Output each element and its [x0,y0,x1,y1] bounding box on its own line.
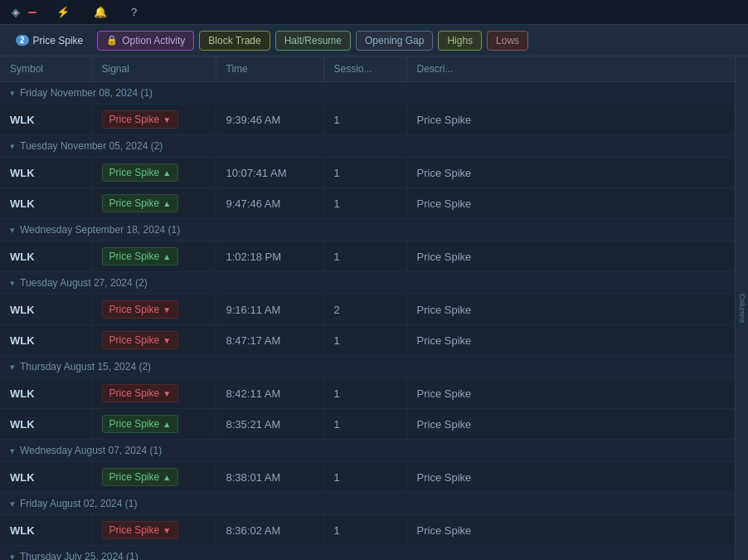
symbol-text: WLK [10,167,35,179]
symbol-text: WLK [10,197,35,210]
group-row[interactable]: ▾Tuesday November 05, 2024 (2) [0,135,748,158]
group-label: Thursday July 25, 2024 (1) [20,551,138,560]
filter-btn-opening-gap[interactable]: Opening Gap [356,31,433,51]
arrow-up-icon: ▲ [163,199,171,208]
time-text: 1:02:18 PM [226,251,282,263]
filter-btn-lows[interactable]: Lows [487,31,528,51]
table-row[interactable]: WLK Price Spike ▼ 9:16:11 AM 2 Price Spi… [0,295,748,325]
desc-text: Price Spike [417,114,472,126]
signal-badge: Price Spike ▼ [102,384,179,402]
time-text: 9:16:11 AM [226,304,281,316]
group-label: Tuesday November 05, 2024 (2) [20,140,163,152]
columns-label: Columns [738,294,746,324]
filters-icon: ⚡ [56,6,70,18]
group-row[interactable]: ▾Wednesday August 07, 2024 (1) [0,440,748,462]
chevron-icon: ▾ [10,552,15,560]
symbol-text: WLK [10,524,35,537]
time-text: 8:35:21 AM [226,418,281,431]
filter-btn-highs[interactable]: Highs [438,31,482,51]
top-nav: ◈ ⚡ 🔔 ? [0,0,748,25]
chevron-icon: ▾ [10,141,15,151]
group-label: Thursday August 15, 2024 (2) [20,361,151,373]
arrow-up-icon: ▲ [163,473,171,482]
filter-label-block-trade: Block Trade [208,35,260,46]
session-text: 1 [334,167,340,179]
filter-btn-price-spike[interactable]: 2Price Spike [7,31,92,51]
nav-signals[interactable]: ◈ [8,6,40,18]
symbol-text: WLK [10,387,35,400]
desc-text: Price Spike [417,197,472,210]
group-row[interactable]: ▾Thursday August 15, 2024 (2) [0,356,748,378]
time-text: 8:38:01 AM [226,471,281,484]
filter-btn-halt-resume[interactable]: Halt/Resume [275,31,351,51]
group-row[interactable]: ▾Friday November 08, 2024 (1) [0,82,748,105]
col-header-signal: Signal [91,56,216,82]
nav-help[interactable]: ? [128,6,144,18]
time-text: 8:36:02 AM [226,524,281,537]
session-text: 1 [334,418,340,431]
group-row[interactable]: ▾Thursday July 25, 2024 (1) [0,546,748,561]
group-row[interactable]: ▾Tuesday August 27, 2024 (2) [0,272,748,295]
bell-icon: 🔔 [94,6,107,18]
symbol-text: WLK [10,114,35,126]
table-container[interactable]: Symbol Signal Time Sessio... Descri... ▾… [0,56,748,560]
filter-label-opening-gap: Opening Gap [365,35,424,46]
lock-icon: 🔒 [106,35,118,46]
symbol-text: WLK [10,304,35,316]
table-row[interactable]: WLK Price Spike ▲ 10:07:41 AM 1 Price Sp… [0,158,748,188]
filter-label-option-activity: Option Activity [122,35,185,46]
nav-filters[interactable]: ⚡ [53,6,77,18]
desc-text: Price Spike [417,471,472,484]
filter-bar: 2Price Spike🔒Option ActivityBlock TradeH… [0,25,748,56]
table-row[interactable]: WLK Price Spike ▲ 8:35:21 AM 1 Price Spi… [0,409,748,440]
group-label: Wednesday August 07, 2024 (1) [20,445,162,456]
session-text: 2 [334,304,340,316]
desc-text: Price Spike [417,418,472,431]
desc-text: Price Spike [417,304,472,316]
nav-notifications[interactable]: 🔔 [90,6,114,18]
signal-badge: Price Spike ▼ [102,300,179,319]
col-header-time: Time [216,56,323,82]
group-row[interactable]: ▾Friday August 02, 2024 (1) [0,493,748,515]
signals-icon: ◈ [12,6,20,18]
col-header-session: Sessio... [323,56,406,82]
signals-badge [28,12,36,13]
session-text: 1 [334,471,340,484]
chevron-icon: ▾ [10,362,15,372]
signal-badge: Price Spike ▼ [102,110,179,129]
filter-btn-option-activity[interactable]: 🔒Option Activity [97,31,194,51]
group-row[interactable]: ▾Wednesday September 18, 2024 (1) [0,219,748,241]
table-row[interactable]: WLK Price Spike ▼ 8:36:02 AM 1 Price Spi… [0,515,748,546]
arrow-down-icon: ▼ [163,115,171,124]
table-row[interactable]: WLK Price Spike ▲ 8:38:01 AM 1 Price Spi… [0,462,748,493]
chevron-icon: ▾ [10,225,15,235]
symbol-text: WLK [10,334,35,347]
time-text: 10:07:41 AM [226,167,287,179]
table-row[interactable]: WLK Price Spike ▲ 9:47:46 AM 1 Price Spi… [0,188,748,219]
table-row[interactable]: WLK Price Spike ▼ 8:47:17 AM 1 Price Spi… [0,325,748,356]
time-text: 8:42:11 AM [226,387,281,400]
table-header: Symbol Signal Time Sessio... Descri... [0,56,748,82]
group-label: Friday November 08, 2024 (1) [20,87,153,99]
signal-badge: Price Spike ▲ [102,194,179,212]
session-text: 1 [334,197,340,210]
table-row[interactable]: WLK Price Spike ▲ 1:02:18 PM 1 Price Spi… [0,241,748,272]
desc-text: Price Spike [417,334,472,347]
signal-badge: Price Spike ▲ [102,163,179,182]
time-text: 9:39:46 AM [226,114,281,126]
chevron-icon: ▾ [10,499,15,509]
filter-btn-block-trade[interactable]: Block Trade [199,31,270,51]
table-row[interactable]: WLK Price Spike ▼ 9:39:46 AM 1 Price Spi… [0,105,748,135]
filter-label-highs: Highs [447,35,473,46]
side-panel[interactable]: Columns [735,56,748,560]
col-header-desc: Descri... [406,56,748,82]
table-body: ▾Friday November 08, 2024 (1) WLK Price … [0,82,748,561]
session-text: 1 [334,114,340,126]
symbol-text: WLK [10,251,35,263]
signal-badge: Price Spike ▼ [102,331,179,349]
symbol-text: WLK [10,418,35,431]
session-text: 1 [334,334,340,347]
table-row[interactable]: WLK Price Spike ▼ 8:42:11 AM 1 Price Spi… [0,378,748,409]
arrow-up-icon: ▲ [163,420,171,429]
group-label: Wednesday September 18, 2024 (1) [20,224,180,236]
